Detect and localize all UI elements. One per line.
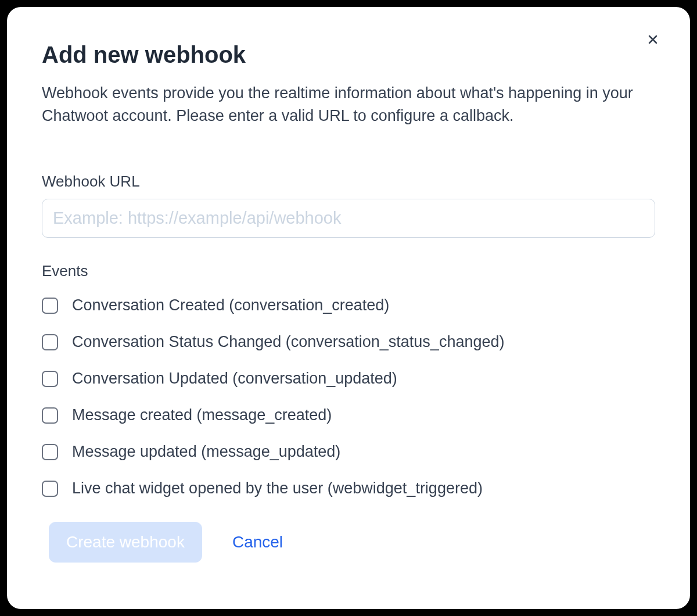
events-label: Events xyxy=(42,262,655,280)
close-icon xyxy=(646,33,660,46)
event-item: Message updated (message_updated) xyxy=(42,443,655,461)
event-checkbox-message-created[interactable] xyxy=(42,407,58,424)
event-checkbox-message-updated[interactable] xyxy=(42,444,58,460)
event-item: Live chat widget opened by the user (web… xyxy=(42,479,655,497)
event-label[interactable]: Live chat widget opened by the user (web… xyxy=(72,479,483,497)
event-item: Conversation Status Changed (conversatio… xyxy=(42,333,655,351)
event-item: Conversation Updated (conversation_updat… xyxy=(42,370,655,388)
cancel-button[interactable]: Cancel xyxy=(232,533,283,551)
event-label[interactable]: Conversation Created (conversation_creat… xyxy=(72,296,389,314)
webhook-url-input[interactable] xyxy=(42,199,655,238)
event-checkbox-webwidget-triggered[interactable] xyxy=(42,481,58,497)
modal-title: Add new webhook xyxy=(42,42,655,68)
event-checkbox-conversation-status-changed[interactable] xyxy=(42,334,58,350)
button-row: Create webhook Cancel xyxy=(49,522,655,563)
event-checkbox-conversation-created[interactable] xyxy=(42,298,58,314)
close-button[interactable] xyxy=(644,30,662,49)
event-checkbox-conversation-updated[interactable] xyxy=(42,371,58,387)
event-item: Message created (message_created) xyxy=(42,406,655,424)
webhook-url-label: Webhook URL xyxy=(42,173,655,191)
event-item: Conversation Created (conversation_creat… xyxy=(42,296,655,314)
create-webhook-button[interactable]: Create webhook xyxy=(49,522,202,563)
event-label[interactable]: Message updated (message_updated) xyxy=(72,443,340,461)
event-label[interactable]: Message created (message_created) xyxy=(72,406,332,424)
add-webhook-modal: Add new webhook Webhook events provide y… xyxy=(7,7,690,609)
event-label[interactable]: Conversation Updated (conversation_updat… xyxy=(72,370,397,388)
events-section: Events Conversation Created (conversatio… xyxy=(42,262,655,497)
modal-description: Webhook events provide you the realtime … xyxy=(42,82,655,127)
event-label[interactable]: Conversation Status Changed (conversatio… xyxy=(72,333,504,351)
